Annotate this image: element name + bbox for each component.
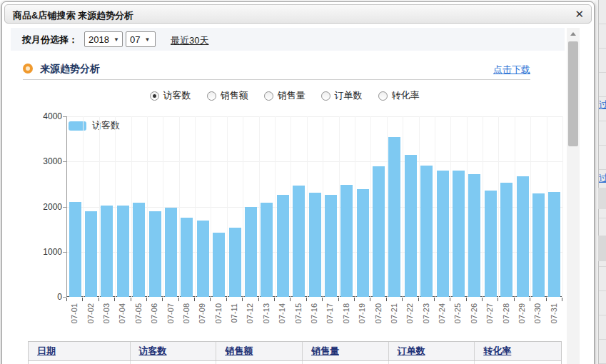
table-header-cell[interactable]: 转化率 (475, 342, 561, 360)
bar-07-02[interactable] (85, 211, 97, 297)
radio-icon (321, 91, 330, 101)
bar-07-30[interactable] (532, 193, 545, 297)
metric-radio-2[interactable]: 销售量 (264, 89, 305, 102)
chevron-down-icon: ▼ (144, 36, 150, 43)
month-select[interactable]: 07 ▼ (126, 31, 156, 47)
table-header-cell[interactable]: 销售额 (216, 342, 303, 360)
scrollbar-thumb[interactable] (568, 41, 578, 146)
table-header-label[interactable]: 订单数 (398, 345, 425, 358)
bar-07-26[interactable] (468, 174, 480, 297)
x-axis-tick (338, 298, 339, 301)
dialog-content: 按月份选择： 2018 ▼ 07 ▼ 最近30天 来源趋势分析 点击下载 访客数… (4, 25, 593, 364)
metric-radio-label: 销售额 (221, 89, 248, 102)
bar-07-16[interactable] (309, 193, 321, 297)
section-header: 来源趋势分析 点击下载 (4, 61, 565, 78)
x-axis-tick (146, 298, 147, 301)
x-axis-tick (418, 298, 419, 301)
table-header-label[interactable]: 销售额 (225, 345, 253, 358)
bar-07-11[interactable] (229, 228, 241, 297)
table-header-cell[interactable]: 销售量 (303, 342, 389, 360)
grid-line (435, 116, 435, 297)
x-axis-tick (131, 298, 131, 301)
bar-07-29[interactable] (517, 176, 529, 297)
table-header-label[interactable]: 访客数 (139, 345, 167, 358)
y-axis-tick-label: 2000 (19, 202, 62, 212)
x-axis-tick (322, 298, 323, 301)
x-axis-tick (210, 298, 211, 301)
trend-bar-chart: 访客数 0100020003000400007-0107-0207-0307-0… (4, 108, 592, 338)
metric-radio-3[interactable]: 订单数 (321, 89, 363, 102)
x-axis-label: 07-04 (118, 303, 126, 323)
recent-30-days-link[interactable]: 最近30天 (171, 34, 208, 47)
x-axis-label: 07-27 (485, 303, 494, 323)
bar-07-17[interactable] (325, 195, 337, 297)
bar-07-03[interactable] (101, 206, 113, 297)
x-axis-tick (162, 298, 163, 301)
bar-07-15[interactable] (293, 186, 305, 297)
table-header-cell[interactable]: 订单数 (389, 342, 475, 360)
y-axis-tick (63, 252, 66, 253)
grid-line (498, 116, 499, 297)
scroll-up-button[interactable] (567, 28, 580, 39)
dialog-titlebar: 商品&店铺搜索 来源趋势分析 ✕ (4, 4, 592, 24)
bar-07-31[interactable] (548, 192, 560, 297)
bar-07-23[interactable] (420, 166, 433, 297)
section-bullet-icon (23, 64, 33, 74)
chevron-down-icon: ▼ (113, 36, 119, 43)
bar-07-27[interactable] (485, 191, 497, 297)
bar-07-22[interactable] (405, 155, 417, 297)
bar-07-09[interactable] (197, 221, 209, 297)
month-filter-label: 按月份选择： (22, 34, 78, 46)
bar-07-24[interactable] (437, 171, 449, 297)
metric-radio-4[interactable]: 转化率 (378, 89, 420, 102)
y-axis-tick-label: 0 (19, 292, 62, 302)
bar-07-12[interactable] (245, 207, 257, 298)
radio-icon (378, 91, 388, 101)
metric-radio-0[interactable]: 访客数 (150, 89, 191, 102)
bar-07-01[interactable] (69, 202, 81, 297)
bar-07-08[interactable] (181, 218, 193, 297)
table-header-label[interactable]: 日期 (37, 345, 56, 358)
bar-07-05[interactable] (133, 203, 145, 297)
bar-07-19[interactable] (357, 189, 369, 297)
grid-line (323, 116, 323, 297)
table-header-label[interactable]: 转化率 (483, 345, 511, 358)
chart-plot-area (66, 116, 562, 297)
grid-line (243, 116, 243, 297)
bar-07-20[interactable] (373, 166, 385, 297)
grid-line (147, 116, 148, 297)
bar-07-21[interactable] (388, 137, 400, 297)
x-axis-tick (226, 298, 227, 301)
bar-07-14[interactable] (277, 195, 289, 297)
x-axis-tick (402, 298, 403, 301)
close-icon[interactable]: ✕ (575, 8, 584, 21)
x-axis-tick (82, 298, 83, 301)
table-header-cell[interactable]: 访客数 (131, 342, 217, 360)
x-axis-tick (386, 298, 387, 301)
bar-07-13[interactable] (261, 203, 273, 297)
dialog-title: 商品&店铺搜索 来源趋势分析 (13, 9, 133, 22)
grid-line (131, 116, 132, 297)
metric-radio-label: 订单数 (335, 89, 363, 102)
bar-07-04[interactable] (117, 206, 129, 297)
bar-07-10[interactable] (213, 233, 225, 297)
x-axis-tick (482, 298, 483, 301)
table-header-label[interactable]: 销售量 (311, 345, 339, 358)
section-title: 来源趋势分析 (40, 63, 100, 76)
x-axis-label: 07-02 (86, 303, 95, 323)
vertical-scrollbar[interactable] (567, 28, 580, 364)
bar-07-18[interactable] (340, 185, 353, 297)
bar-07-06[interactable] (149, 211, 161, 297)
x-axis-tick (530, 298, 530, 301)
download-link[interactable]: 点击下载 (493, 64, 530, 76)
background-page-strip: 过 过 (595, 0, 606, 364)
x-axis-tick (450, 298, 450, 301)
bar-07-25[interactable] (453, 171, 465, 297)
metric-radio-1[interactable]: 销售额 (207, 89, 248, 102)
bar-07-07[interactable] (165, 208, 177, 297)
table-header-cell[interactable]: 日期 (29, 342, 131, 360)
x-axis-label: 07-12 (246, 303, 254, 323)
bar-07-28[interactable] (500, 183, 512, 297)
metric-radio-label: 访客数 (163, 89, 191, 102)
year-select[interactable]: 2018 ▼ (84, 31, 123, 47)
